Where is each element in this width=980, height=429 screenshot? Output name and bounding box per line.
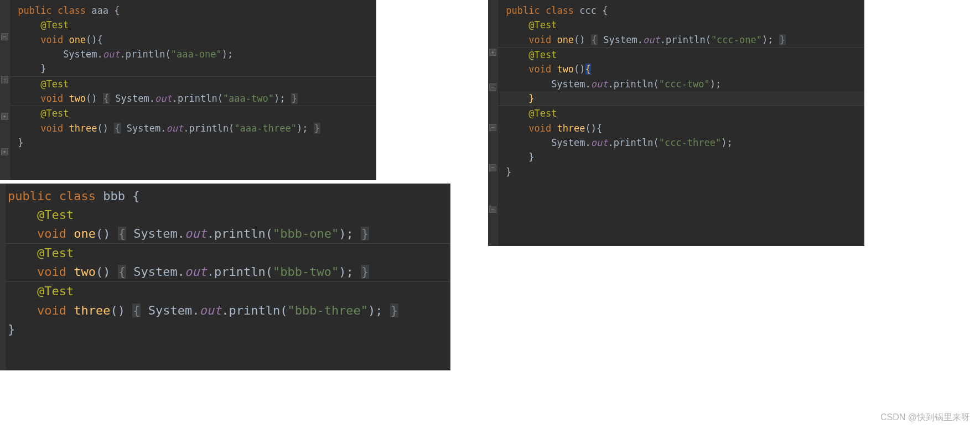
identifier: System xyxy=(148,304,192,317)
fold-plus-icon[interactable]: + xyxy=(489,49,496,56)
string-literal: "aaa-two" xyxy=(223,93,274,104)
code-line[interactable]: void one() { System.out.println("bbb-one… xyxy=(8,224,450,243)
keyword: public xyxy=(18,5,51,16)
method-call: println xyxy=(126,49,165,60)
keyword: class xyxy=(546,5,574,16)
code-line[interactable]: void two() { System.out.println("bbb-two… xyxy=(8,263,450,281)
code-line[interactable]: public class ccc { xyxy=(500,3,864,18)
code-line[interactable]: @Test xyxy=(12,18,376,32)
keyword: public xyxy=(506,5,540,16)
folded-brace[interactable]: { xyxy=(591,34,598,45)
fold-plus-icon[interactable]: + xyxy=(1,113,8,120)
string-literal: "bbb-one" xyxy=(273,227,339,240)
identifier: System xyxy=(63,49,97,60)
fold-minus-icon[interactable]: − xyxy=(489,164,496,171)
field-out: out xyxy=(103,49,120,60)
method-call: println xyxy=(214,227,266,240)
folded-brace[interactable]: } xyxy=(779,34,786,45)
code-line[interactable]: @Test xyxy=(8,282,450,301)
watermark-text: CSDN @快到锅里来呀 xyxy=(880,412,970,423)
code-line[interactable]: @Test xyxy=(8,206,450,224)
fold-minus-icon[interactable]: − xyxy=(1,76,8,83)
annotation: @Test xyxy=(528,49,557,60)
method-name: three xyxy=(557,123,585,134)
field-out: out xyxy=(155,93,172,104)
annotation: @Test xyxy=(528,19,557,30)
gutter xyxy=(0,184,6,370)
identifier: System xyxy=(603,34,637,45)
folded-brace[interactable]: } xyxy=(291,93,298,104)
folded-brace[interactable]: { xyxy=(118,265,126,279)
code-area[interactable]: public class bbb { @Test void one() { Sy… xyxy=(0,184,450,339)
folded-brace[interactable]: } xyxy=(361,265,369,279)
code-line[interactable]: @Test xyxy=(12,77,376,91)
keyword: void xyxy=(37,265,66,279)
keyword: void xyxy=(528,123,551,134)
string-literal: "aaa-one" xyxy=(171,49,222,60)
keyword: void xyxy=(37,304,66,317)
code-area[interactable]: public class ccc { @Test void one() { Sy… xyxy=(488,0,864,179)
keyword: void xyxy=(40,123,63,134)
code-line[interactable]: @Test xyxy=(500,18,864,32)
code-line[interactable]: } xyxy=(500,91,864,106)
brace-match: } xyxy=(528,93,534,104)
class-name: ccc xyxy=(579,5,597,16)
code-line[interactable]: } xyxy=(12,61,376,76)
annotation: @Test xyxy=(37,284,74,298)
method-name: one xyxy=(69,34,86,45)
code-editor-bbb[interactable]: public class bbb { @Test void one() { Sy… xyxy=(0,184,450,370)
keyword: void xyxy=(40,93,63,104)
code-line[interactable]: System.out.println("ccc-two"); xyxy=(500,77,864,91)
code-line[interactable]: void two(){ xyxy=(500,62,864,76)
code-line[interactable]: @Test xyxy=(500,48,864,62)
string-literal: "ccc-two" xyxy=(659,79,710,90)
identifier: System xyxy=(133,265,177,279)
identifier: System xyxy=(551,137,585,148)
code-line[interactable]: public class aaa { xyxy=(12,3,376,18)
code-editor-aaa[interactable]: − − + + public class aaa { @Test void on… xyxy=(0,0,376,180)
code-line[interactable]: System.out.println("aaa-one"); xyxy=(12,47,376,61)
keyword: public xyxy=(8,189,51,203)
folded-brace[interactable]: { xyxy=(103,93,110,104)
code-area[interactable]: public class aaa { @Test void one(){ Sys… xyxy=(0,0,376,150)
folded-brace[interactable]: } xyxy=(361,227,369,240)
fold-minus-icon[interactable]: − xyxy=(1,33,8,40)
fold-minus-icon[interactable]: − xyxy=(489,206,496,213)
identifier: System xyxy=(551,79,585,90)
code-line[interactable]: } xyxy=(8,320,450,339)
method-name: three xyxy=(74,304,110,317)
code-line[interactable]: void one(){ xyxy=(12,33,376,47)
folded-brace[interactable]: } xyxy=(390,304,398,317)
method-name: two xyxy=(74,265,96,279)
code-editor-ccc[interactable]: + − − − − public class ccc { @Test void … xyxy=(488,0,864,246)
code-line[interactable]: void one() { System.out.println("ccc-one… xyxy=(500,33,864,47)
code-line[interactable]: void three(){ xyxy=(500,121,864,135)
method-call: println xyxy=(189,123,229,134)
folded-brace[interactable]: { xyxy=(132,304,141,317)
code-line[interactable]: void two() { System.out.println("aaa-two… xyxy=(12,91,376,106)
folded-brace[interactable]: { xyxy=(118,227,126,240)
field-out: out xyxy=(166,123,183,134)
fold-minus-icon[interactable]: − xyxy=(489,83,496,91)
folded-brace[interactable]: { xyxy=(114,123,121,134)
folded-brace[interactable]: } xyxy=(314,123,320,134)
code-line[interactable]: } xyxy=(12,135,376,150)
fold-plus-icon[interactable]: + xyxy=(1,148,8,155)
keyword: void xyxy=(37,227,66,240)
code-line[interactable]: void three() { System.out.println("bbb-t… xyxy=(8,301,450,320)
field-out: out xyxy=(185,227,207,240)
code-line[interactable]: @Test xyxy=(500,106,864,121)
code-line[interactable]: @Test xyxy=(8,244,450,263)
code-line[interactable]: } xyxy=(500,165,864,179)
code-line[interactable]: @Test xyxy=(12,106,376,121)
identifier: System xyxy=(133,227,177,240)
code-line[interactable]: void three() { System.out.println("aaa-t… xyxy=(12,121,376,135)
code-line[interactable]: } xyxy=(500,150,864,164)
code-line[interactable]: System.out.println("ccc-three"); xyxy=(500,135,864,150)
annotation: @Test xyxy=(37,208,74,222)
code-line[interactable]: public class bbb { xyxy=(8,187,450,206)
fold-minus-icon[interactable]: − xyxy=(489,124,496,131)
method-name: two xyxy=(557,64,574,75)
keyword: void xyxy=(40,34,63,45)
class-name: bbb xyxy=(103,189,125,203)
